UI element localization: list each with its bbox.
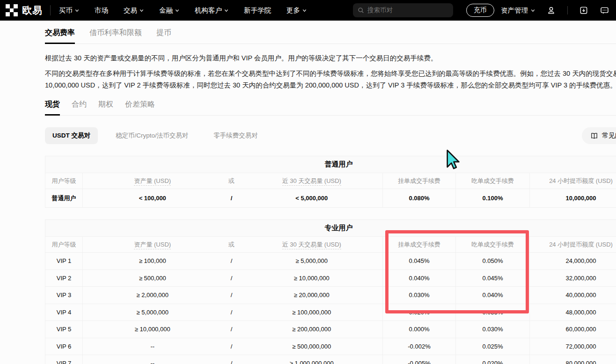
table-cell: 32,000,000 — [530, 269, 616, 287]
fee-tables: 普通用户用户等级资产量 (USD)或近 30 天交易量 (USD)挂单成交手续费… — [45, 156, 616, 364]
faq-button-label: 常见问题 — [602, 131, 616, 140]
support-chat-icon[interactable] — [600, 6, 609, 15]
table-cell: < 100,000 — [83, 189, 222, 208]
table-row: VIP 4≥ 5,000,000/≥ 100,000,0000.020%0.03… — [45, 304, 616, 321]
table-cell: VIP 3 — [45, 287, 83, 304]
nav-item-label: 新手学院 — [244, 6, 271, 15]
subtab-futures[interactable]: 合约 — [72, 100, 87, 115]
chevron-down-icon — [302, 8, 307, 13]
nav-more[interactable]: 更多 — [286, 6, 307, 15]
table-row: VIP 1≥ 100,000/≥ 5,000,0000.045%0.050%24… — [45, 253, 616, 270]
nav-finance[interactable]: 金融 — [159, 6, 179, 15]
column-header: 用户等级 — [45, 173, 83, 189]
table-cell: / — [222, 189, 241, 208]
table-cell: ≥ 5,000,000 — [241, 253, 383, 270]
column-header: 24 小时提币额度 (USD) — [530, 237, 616, 253]
table-row: 普通用户< 100,000/< 5,000,0000.080%0.100%10,… — [45, 189, 616, 208]
column-header: 挂单成交手续费 — [383, 237, 456, 253]
table-cell: -- — [83, 355, 222, 364]
table-cell: / — [222, 355, 241, 364]
chevron-down-icon — [139, 8, 144, 13]
nav-item-label: 机构客户 — [195, 6, 222, 15]
search-input[interactable]: 搜索币对 — [353, 3, 453, 17]
pill-stablecoin-crypto-fiat-pairs[interactable]: 稳定币/Crypto/法币交易对 — [108, 127, 196, 144]
tab-withdrawal[interactable]: 提币 — [156, 28, 171, 44]
search-placeholder: 搜索币对 — [367, 6, 393, 15]
column-header: 资产量 (USD) — [83, 237, 222, 253]
fee-table-regular-users: 普通用户用户等级资产量 (USD)或近 30 天交易量 (USD)挂单成交手续费… — [45, 156, 616, 208]
icon-divider — [567, 6, 568, 15]
table-cell: 0.030% — [456, 321, 530, 338]
table-cell: < 5,000,000 — [241, 189, 383, 208]
column-header: 24 小时提币额度 (USD) — [530, 173, 616, 189]
intro-paragraph-2: 不同的交易类型存在多种用于计算手续费等级的标准，若您在某个交易类型中达到了不同的… — [45, 68, 616, 91]
column-header: 挂单成交手续费 — [383, 173, 456, 189]
table-cell: 0.080% — [383, 189, 456, 208]
table-cell: ≥ 1,000,000,000 — [241, 355, 383, 364]
faq-button[interactable]: 常见问题 — [582, 127, 616, 144]
table-cell: 24,000,000 — [530, 253, 616, 270]
table-cell: 0.020% — [456, 355, 530, 364]
table-cell: ≥ 10,000,000 — [241, 269, 383, 287]
table-title: 专业用户 — [45, 220, 616, 237]
table-row: VIP 6--/≥ 500,000,000-0.002%0.025%72,000… — [45, 338, 616, 355]
table-cell: 0.035% — [456, 304, 530, 321]
nav-buy-crypto[interactable]: 买币 — [59, 6, 79, 15]
nav-item-label: 更多 — [286, 6, 300, 15]
table-cell: 0.050% — [456, 253, 530, 270]
table-row: VIP 5≥ 10,000,000/≥ 200,000,0000.000%0.0… — [45, 321, 616, 338]
column-header: 用户等级 — [45, 237, 83, 253]
table-cell: ≥ 100,000 — [83, 253, 222, 270]
column-header: 或 — [222, 237, 241, 253]
table-cell: 0.040% — [383, 269, 456, 287]
table-cell: 0.045% — [456, 269, 530, 287]
chevron-down-icon — [75, 8, 79, 13]
table-cell: 0.040% — [456, 287, 530, 304]
subtab-spot[interactable]: 现货 — [45, 100, 60, 115]
table-cell: ≥ 100,000,000 — [241, 304, 383, 321]
table-cell: / — [222, 304, 241, 321]
pair-filter-row: USDT 交易对稳定币/Crypto/法币交易对零手续费交易对 常见问题 — [45, 127, 616, 144]
nav-institutional[interactable]: 机构客户 — [195, 6, 228, 15]
download-app-icon[interactable] — [579, 6, 588, 15]
topbar-right: 搜索币对 充币 资产管理 — [353, 3, 609, 17]
okx-logo[interactable]: 欧易 — [6, 4, 43, 17]
pill-zero-fee-pairs[interactable]: 零手续费交易对 — [206, 127, 265, 144]
nav-markets[interactable]: 市场 — [95, 6, 108, 15]
pair-filter-pills: USDT 交易对稳定币/Crypto/法币交易对零手续费交易对 — [45, 127, 616, 144]
nav-item-label: 交易 — [124, 6, 137, 15]
subtab-spread[interactable]: 价差策略 — [125, 100, 155, 115]
page-content: 交易费率借币利率和限额提币 根据过去 30 天的资产量或交易量的不同，用户区分为… — [0, 21, 616, 364]
table-cell: VIP 2 — [45, 269, 83, 287]
table-cell: -0.005% — [383, 355, 456, 364]
tab-borrow-rates[interactable]: 借币利率和限额 — [89, 28, 142, 44]
intro-paragraph-2-line1: 不同的交易类型存在多种用于计算手续费等级的标准，若您在某个交易类型中达到了不同的… — [45, 68, 616, 80]
okx-logo-icon — [6, 4, 18, 16]
chevron-down-icon — [531, 8, 535, 13]
subtab-options[interactable]: 期权 — [98, 100, 113, 115]
table-cell: 普通用户 — [45, 189, 83, 208]
table-cell: 40,000,000 — [530, 287, 616, 304]
column-header: 资产量 (USD) — [83, 173, 222, 189]
tab-trading-fees[interactable]: 交易费率 — [45, 28, 75, 44]
table-cell: VIP 5 — [45, 321, 83, 338]
chevron-down-icon — [175, 8, 179, 13]
assets-menu[interactable]: 资产管理 — [501, 6, 535, 15]
pill-usdt-pairs[interactable]: USDT 交易对 — [45, 127, 98, 144]
column-header: 近 30 天交易量 (USD) — [241, 237, 383, 253]
user-icon[interactable] — [546, 6, 556, 15]
nav-trade[interactable]: 交易 — [124, 6, 144, 15]
column-header: 或 — [222, 173, 241, 189]
table-cell: 0.025% — [456, 338, 530, 355]
table-cell: 0.020% — [383, 304, 456, 321]
brand-name: 欧易 — [22, 4, 43, 17]
nav-academy[interactable]: 新手学院 — [244, 6, 271, 15]
column-header-row: 用户等级资产量 (USD)或近 30 天交易量 (USD)挂单成交手续费吃单成交… — [45, 173, 616, 189]
table-cell: 10,000,000 — [530, 189, 616, 208]
table-row: VIP 7--/≥ 1,000,000,000-0.005%0.020%80,0… — [45, 355, 616, 364]
table-cell: ≥ 2,000,000 — [83, 287, 222, 304]
deposit-button[interactable]: 充币 — [466, 4, 494, 17]
search-icon — [358, 7, 364, 14]
table-cell: ≥ 20,000,000 — [241, 287, 383, 304]
nav-item-label: 买币 — [59, 6, 73, 15]
